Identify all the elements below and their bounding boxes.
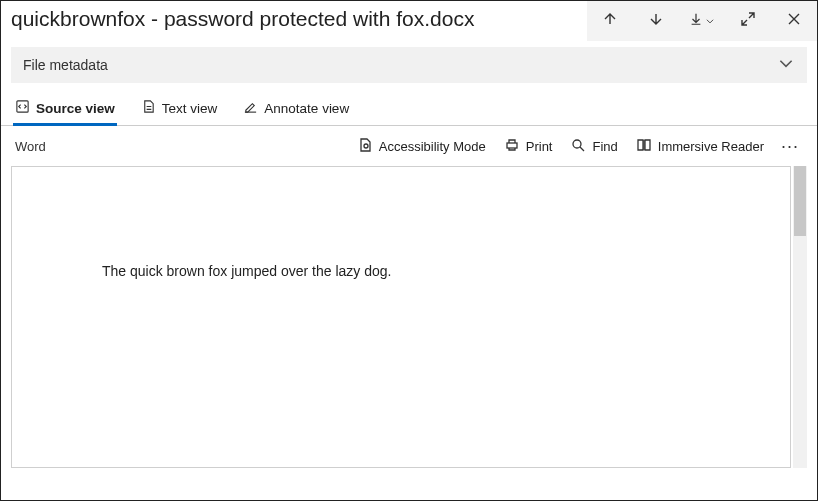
svg-point-3 <box>573 140 581 148</box>
chevron-down-icon <box>777 54 795 76</box>
immersive-reader-button[interactable]: Immersive Reader <box>627 133 773 160</box>
document-viewport: The quick brown fox jumped over the lazy… <box>11 166 807 468</box>
book-icon <box>636 137 652 156</box>
close-button[interactable] <box>771 1 817 41</box>
document-body-text: The quick brown fox jumped over the lazy… <box>102 263 790 279</box>
button-label: Accessibility Mode <box>379 139 486 154</box>
more-actions-button[interactable]: ··· <box>773 134 807 159</box>
accessibility-icon <box>357 137 373 156</box>
app-name-label: Word <box>15 139 46 154</box>
find-button[interactable]: Find <box>561 133 626 160</box>
expand-button[interactable] <box>725 1 771 41</box>
scrollbar-thumb[interactable] <box>794 166 806 236</box>
tab-label: Source view <box>36 101 115 116</box>
expand-icon <box>740 11 756 31</box>
document-page: The quick brown fox jumped over the lazy… <box>11 166 791 468</box>
close-icon <box>786 11 802 31</box>
printer-icon <box>504 137 520 156</box>
tab-annotate-view[interactable]: Annotate view <box>243 99 349 125</box>
arrow-down-icon <box>648 11 664 31</box>
svg-point-1 <box>364 144 368 148</box>
previous-button[interactable] <box>587 1 633 41</box>
code-document-icon <box>15 99 30 117</box>
file-metadata-label: File metadata <box>23 57 777 73</box>
arrow-up-icon <box>602 11 618 31</box>
annotate-icon <box>243 99 258 117</box>
search-icon <box>570 137 586 156</box>
tab-label: Text view <box>162 101 218 116</box>
accessibility-mode-button[interactable]: Accessibility Mode <box>348 133 495 160</box>
download-icon <box>689 12 703 30</box>
titlebar: quickbrownfox - password protected with … <box>1 1 817 41</box>
print-button[interactable]: Print <box>495 133 562 160</box>
button-label: Print <box>526 139 553 154</box>
vertical-scrollbar[interactable] <box>793 166 807 468</box>
document-toolbar: Word Accessibility Mode Print Find Immer… <box>1 126 817 166</box>
file-metadata-toggle[interactable]: File metadata <box>11 47 807 83</box>
chevron-down-icon <box>705 12 715 30</box>
titlebar-actions <box>587 1 817 41</box>
button-label: Find <box>592 139 617 154</box>
tab-source-view[interactable]: Source view <box>15 99 115 125</box>
tab-text-view[interactable]: Text view <box>141 99 218 125</box>
tab-label: Annotate view <box>264 101 349 116</box>
view-tabs: Source view Text view Annotate view <box>1 89 817 126</box>
next-button[interactable] <box>633 1 679 41</box>
text-document-icon <box>141 99 156 117</box>
window-title: quickbrownfox - password protected with … <box>1 1 587 41</box>
download-dropdown-button[interactable] <box>679 1 725 41</box>
button-label: Immersive Reader <box>658 139 764 154</box>
svg-rect-2 <box>507 143 517 148</box>
